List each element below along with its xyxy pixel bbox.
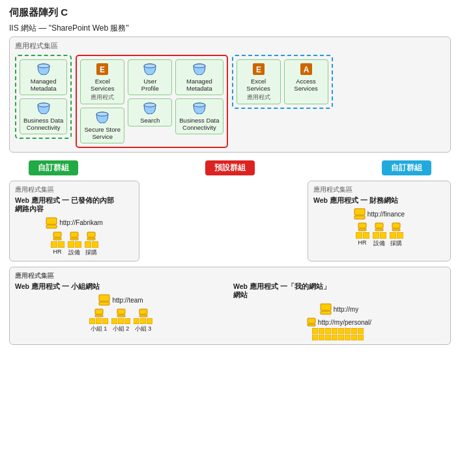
bottom-row: 應用程式集區 Web 應用程式 一 已發佈的內部網路內容 http://Fabr… — [9, 181, 451, 261]
svg-rect-48 — [99, 295, 109, 301]
custom-group-left-badge: 自訂群組 — [29, 160, 78, 175]
svg-rect-83 — [351, 335, 357, 340]
team-site-half: Web 應用程式 一 小組網站 http://team — [15, 282, 227, 340]
right-site-children: HR 設備 — [356, 222, 403, 248]
search-label: Search — [140, 117, 160, 124]
my-site-root: http://my — [320, 303, 358, 315]
p2c — [325, 335, 331, 340]
svg-rect-69 — [312, 328, 318, 334]
svg-rect-44 — [392, 223, 400, 228]
svg-rect-38 — [356, 232, 362, 239]
left-site-root: http://Fabrikam — [46, 217, 103, 229]
small-icon-equip-1 — [68, 241, 74, 248]
svg-rect-21 — [46, 225, 57, 228]
svg-text:A: A — [303, 65, 309, 74]
svg-rect-60 — [139, 309, 147, 314]
left-purchase-label: 採購 — [85, 248, 97, 257]
svg-rect-80 — [332, 335, 338, 340]
site-icon-right-purchase — [392, 222, 401, 231]
svg-rect-43 — [380, 232, 386, 239]
personal-children — [307, 328, 364, 340]
site-icon-equip — [70, 231, 79, 241]
small-icon-requip-1 — [373, 232, 379, 239]
db-icon-secure — [95, 110, 109, 125]
svg-rect-30 — [87, 232, 95, 237]
secure-store-label: Secure StoreService — [85, 126, 121, 141]
small-icon-purchase-2 — [92, 241, 98, 248]
p1h — [358, 328, 364, 334]
user-profile-label: UserProfile — [141, 78, 159, 93]
right-site-tree: http://finance HR — [313, 208, 445, 248]
svg-rect-54 — [102, 318, 108, 324]
db-icon-bdc-left — [36, 101, 51, 115]
app-icon-access: A — [299, 62, 313, 76]
small-icon-equip-2 — [75, 241, 81, 248]
p1e — [338, 328, 344, 334]
left-equip-label: 設備 — [68, 248, 80, 257]
red-group-box: E ExcelServices 應用程式 Secure StoreService — [76, 55, 227, 148]
svg-rect-34 — [354, 209, 365, 215]
small-team1-c — [102, 318, 108, 324]
svg-rect-36 — [358, 223, 366, 228]
left-root-url: http://Fabrikam — [59, 219, 103, 226]
svg-rect-22 — [53, 232, 61, 237]
left-pool-label: 應用程式集區 — [15, 185, 134, 194]
svg-point-9 — [144, 64, 156, 68]
db-icon-mm-mid — [192, 62, 207, 76]
svg-point-3 — [38, 103, 50, 107]
small-icon-rpurchase-1 — [390, 232, 396, 239]
svg-rect-27 — [70, 238, 78, 240]
svg-rect-46 — [390, 232, 396, 239]
excel-right-sublabel: 應用程式 — [247, 94, 270, 102]
left-child-purchase: 採購 — [85, 231, 98, 257]
svg-rect-73 — [338, 328, 344, 334]
svg-rect-26 — [70, 232, 78, 237]
my-site-tree: http://my http://my/personal/ — [233, 303, 445, 340]
blue-group-box: E ExcelServices 應用程式 A AccessServices — [232, 55, 333, 109]
right-purchase-label: 採購 — [390, 239, 402, 248]
server-icon-left — [46, 217, 57, 229]
site-icon-team3 — [139, 308, 148, 318]
left-web-app-label: Web 應用程式 一 已發佈的內部網路內容 — [15, 196, 134, 214]
bottom-pool-label: 應用程式集區 — [15, 271, 445, 280]
p1d — [332, 328, 338, 334]
personal-row-1 — [312, 328, 364, 334]
small-team2-c — [124, 318, 130, 324]
site-icon-hr — [53, 231, 62, 241]
small-icon-hr-1 — [51, 241, 57, 248]
app-icon-excel: E — [95, 62, 109, 76]
svg-point-7 — [96, 112, 108, 116]
svg-rect-52 — [89, 318, 95, 324]
svg-rect-72 — [332, 328, 338, 334]
my-root-url: http://my — [334, 306, 358, 313]
right-child-equip: 設備 — [373, 222, 386, 248]
connector-row: 自訂群組 預設群組 自訂群組 — [9, 160, 451, 175]
right-pool-label: 應用程式集區 — [313, 185, 445, 194]
small-team3-b — [140, 318, 146, 324]
p2e — [338, 335, 344, 340]
svg-rect-64 — [147, 318, 152, 324]
svg-rect-78 — [319, 335, 324, 340]
server-icon-right — [354, 208, 366, 220]
team-children: 小組 1 小組 2 — [89, 308, 152, 333]
app-icon-excel-right: E — [252, 62, 266, 76]
db-icon-bdc-mid — [192, 101, 207, 115]
right-equip-label: 設備 — [373, 239, 385, 248]
small-icon-rpurchase-2 — [397, 232, 403, 239]
svg-rect-66 — [321, 311, 331, 314]
right-site-root: http://finance — [354, 208, 405, 220]
svg-rect-74 — [345, 328, 351, 334]
p1f — [345, 328, 351, 334]
right-app-pool-zone: 應用程式集區 Web 應用程式 一 財務網站 http://finance HR — [308, 181, 451, 261]
svg-rect-59 — [124, 318, 130, 324]
team-site-root: http://team — [98, 294, 143, 306]
svg-rect-82 — [345, 335, 351, 340]
svg-rect-81 — [338, 335, 344, 340]
small-icon-rhr-1 — [356, 232, 362, 239]
p1g — [351, 328, 357, 334]
site-icon-right-hr — [358, 222, 367, 231]
right-child-hr: HR — [356, 222, 369, 246]
small-icon-rhr-2 — [363, 232, 369, 239]
svg-point-15 — [194, 103, 205, 107]
excel-mid-sublabel: 應用程式 — [91, 94, 114, 102]
